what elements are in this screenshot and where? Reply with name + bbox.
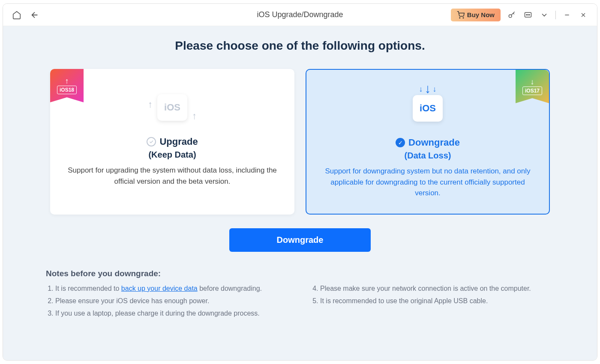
titlebar: iOS Upgrade/Downgrade Buy Now (3, 4, 597, 26)
svg-point-4 (526, 14, 527, 15)
buy-now-button[interactable]: Buy Now (451, 9, 501, 21)
radio-unchecked-icon (147, 137, 156, 146)
note-item: It is recommended to back up your device… (55, 283, 289, 295)
downgrade-card[interactable]: ↓ iOS17 ↓↓↓ iOS ✓ Downgrade (Data Loss) … (306, 69, 550, 215)
svg-point-1 (463, 18, 464, 18)
upgrade-ribbon: ↑ iOS18 (50, 69, 84, 102)
notes-list-right: Please make sure your network connection… (311, 283, 554, 307)
heading: Please choose one of the following optio… (46, 39, 554, 53)
arrow-down-icon: ↓ (531, 78, 534, 86)
feedback-icon[interactable] (523, 10, 533, 20)
cart-icon (457, 11, 465, 19)
downgrade-illustration: ↓↓↓ iOS (400, 85, 456, 132)
app-window: iOS Upgrade/Downgrade Buy Now (3, 3, 597, 361)
minimize-icon[interactable] (562, 10, 572, 20)
home-icon[interactable] (12, 10, 22, 20)
page-title: iOS Upgrade/Downgrade (257, 10, 343, 19)
close-icon[interactable] (578, 10, 588, 20)
svg-point-0 (459, 18, 460, 18)
upgrade-title: Upgrade (159, 136, 198, 147)
arrow-up-icon: ↑ (192, 110, 197, 122)
radio-checked-icon: ✓ (396, 138, 405, 147)
note-item: Please make sure your network connection… (320, 283, 554, 295)
downgrade-ribbon: ↓ iOS17 (516, 70, 549, 103)
note-item: If you use a laptop, please charge it du… (55, 307, 289, 320)
arrow-down-icon: ↓↓↓ (419, 81, 437, 96)
upgrade-card[interactable]: ↑ iOS18 ↑ iOS ↑ Upgrade (Keep Data) Supp… (50, 69, 294, 215)
back-icon[interactable] (30, 10, 40, 20)
downgrade-description: Support for downgrading system but no da… (324, 166, 532, 199)
svg-point-6 (529, 14, 530, 15)
upgrade-subtitle: (Keep Data) (148, 150, 196, 160)
chevron-down-icon[interactable] (539, 10, 549, 20)
svg-point-2 (509, 15, 512, 18)
upgrade-illustration: ↑ iOS ↑ (144, 84, 200, 131)
note-item: Please ensure your iOS device has enough… (55, 295, 289, 307)
downgrade-subtitle: (Data Loss) (405, 151, 451, 161)
arrow-up-icon: ↑ (148, 99, 153, 110)
divider (555, 11, 556, 19)
option-cards: ↑ iOS18 ↑ iOS ↑ Upgrade (Keep Data) Supp… (46, 69, 554, 215)
svg-point-5 (528, 14, 528, 15)
backup-link[interactable]: back up your device data (121, 285, 198, 292)
arrow-up-icon: ↑ (65, 77, 69, 85)
notes-heading: Notes before you downgrade: (46, 269, 554, 278)
main-content: Please choose one of the following optio… (3, 26, 597, 360)
downgrade-button[interactable]: Downgrade (229, 228, 371, 252)
note-item: It is recommended to use the original Ap… (320, 295, 554, 307)
downgrade-title: Downgrade (408, 137, 460, 148)
key-icon[interactable] (507, 10, 517, 20)
notes-section: Notes before you downgrade: It is recomm… (46, 269, 554, 319)
notes-list-left: It is recommended to back up your device… (46, 283, 289, 319)
upgrade-description: Support for upgrading the system without… (67, 165, 277, 187)
